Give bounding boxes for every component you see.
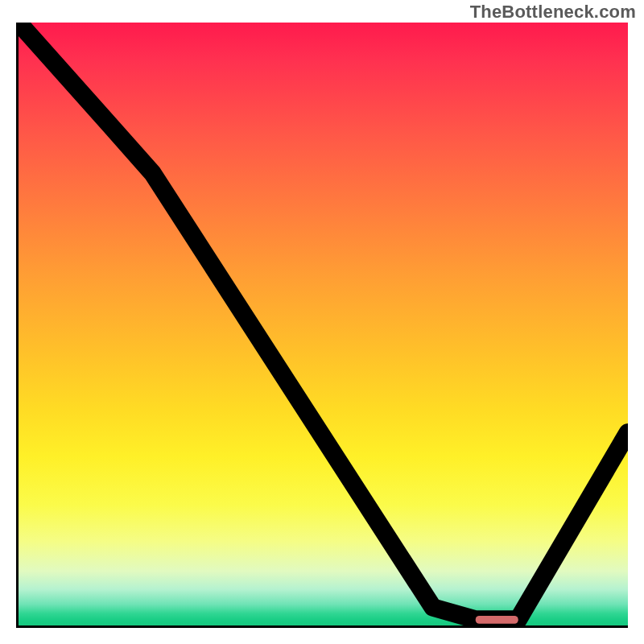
watermark-text: TheBottleneck.com [470, 2, 636, 23]
chart-container: TheBottleneck.com [0, 0, 644, 644]
bottleneck-gradient-background [19, 23, 628, 625]
plot-frame [16, 23, 628, 628]
